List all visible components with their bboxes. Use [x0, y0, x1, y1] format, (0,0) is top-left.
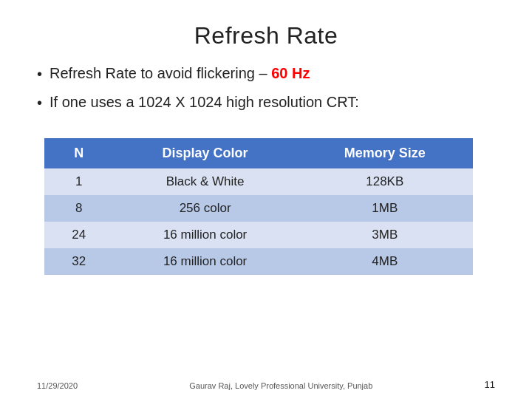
- table-row: 2416 million color3MB: [44, 222, 473, 248]
- table-row: 3216 million color4MB: [44, 248, 473, 275]
- bullet-item-1: • Refresh Rate to avoid flickering – 60 …: [37, 63, 495, 84]
- table-cell-2-2: 3MB: [297, 222, 473, 248]
- bullet-list: • Refresh Rate to avoid flickering – 60 …: [37, 63, 495, 120]
- table-cell-2-0: 24: [44, 222, 114, 248]
- bullet-text-1: Refresh Rate to avoid flickering – 60 Hz: [50, 63, 310, 83]
- table-cell-2-1: 16 million color: [114, 222, 297, 248]
- footer-date: 11/29/2020: [37, 381, 78, 390]
- footer-page: 11: [485, 379, 495, 390]
- col-header-n: N: [44, 138, 114, 168]
- slide-title: Refresh Rate: [37, 22, 495, 50]
- table-cell-3-1: 16 million color: [114, 248, 297, 275]
- bullet-1-before: Refresh Rate to avoid flickering –: [50, 65, 271, 81]
- table-cell-3-2: 4MB: [297, 248, 473, 275]
- table-row: 8256 color1MB: [44, 195, 473, 222]
- slide: Refresh Rate • Refresh Rate to avoid fli…: [0, 0, 532, 399]
- col-header-display-color: Display Color: [114, 138, 297, 168]
- table-cell-1-0: 8: [44, 195, 114, 222]
- table-header-row: N Display Color Memory Size: [44, 138, 473, 168]
- table-cell-0-2: 128KB: [297, 168, 473, 195]
- table-cell-0-1: Black & White: [114, 168, 297, 195]
- footer-credit: Gaurav Raj, Lovely Professional Universi…: [78, 381, 484, 390]
- bullet-dot-2: •: [37, 92, 42, 113]
- data-table: N Display Color Memory Size 1Black & Whi…: [44, 138, 473, 275]
- table-row: 1Black & White128KB: [44, 168, 473, 195]
- table-cell-3-0: 32: [44, 248, 114, 275]
- table-cell-0-0: 1: [44, 168, 114, 195]
- data-table-container: N Display Color Memory Size 1Black & Whi…: [44, 138, 495, 275]
- table-cell-1-1: 256 color: [114, 195, 297, 222]
- table-body: 1Black & White128KB8256 color1MB2416 mil…: [44, 168, 473, 275]
- bullet-1-highlight: 60 Hz: [271, 65, 310, 81]
- bullet-dot-1: •: [37, 64, 42, 84]
- col-header-memory-size: Memory Size: [297, 138, 473, 168]
- bullet-text-2: If one uses a 1024 X 1024 high resolutio…: [50, 92, 359, 112]
- table-cell-1-2: 1MB: [297, 195, 473, 222]
- bullet-item-2: • If one uses a 1024 X 1024 high resolut…: [37, 92, 495, 113]
- footer: 11/29/2020 Gaurav Raj, Lovely Profession…: [0, 379, 532, 390]
